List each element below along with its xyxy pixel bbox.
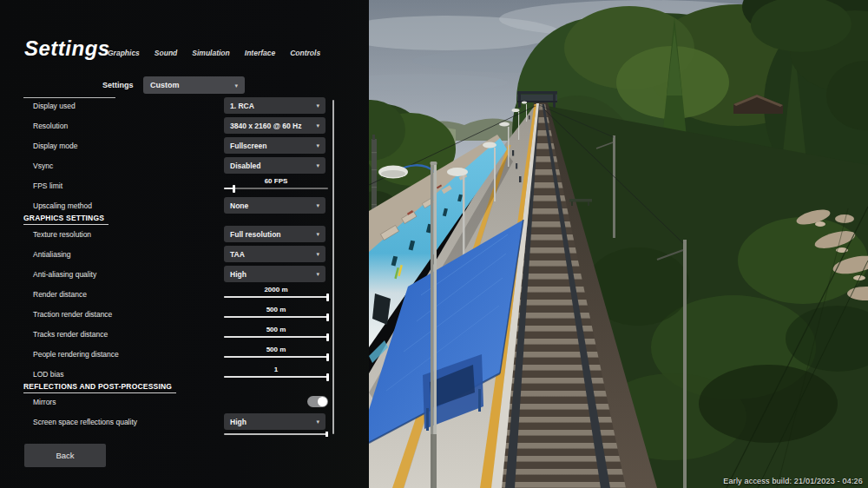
back-button[interactable]: Back xyxy=(24,444,106,467)
chevron-down-icon: ▾ xyxy=(316,122,319,129)
upscaling-method-dropdown[interactable]: None ▾ xyxy=(224,197,326,214)
setting-label: Antialiasing xyxy=(33,250,70,259)
setting-row: People rendering distance 500 m xyxy=(0,344,334,364)
people-rendering-distance-slider[interactable]: 500 m xyxy=(224,344,328,364)
slider-handle[interactable] xyxy=(326,313,329,321)
tab-sound[interactable]: Sound xyxy=(155,49,177,57)
chevron-down-icon: ▾ xyxy=(316,142,319,148)
setting-label: Display mode xyxy=(33,142,78,150)
mirrors-toggle[interactable] xyxy=(307,396,328,407)
setting-label: LOD bias xyxy=(33,370,63,379)
slider-value: 2000 m xyxy=(224,284,328,294)
settings-screen: Early access build: 21/01/2023 - 04:26 S… xyxy=(0,0,868,488)
setting-row: Vsync Disabled ▾ xyxy=(0,155,334,175)
game-viewport: Early access build: 21/01/2023 - 04:26 xyxy=(369,0,868,488)
toggle-knob xyxy=(318,397,327,406)
tab-controls[interactable]: Controls xyxy=(290,49,320,57)
slider-handle[interactable] xyxy=(326,353,329,361)
preset-dropdown[interactable]: Custom ▾ xyxy=(143,76,245,94)
vsync-dropdown[interactable]: Disabled ▾ xyxy=(224,157,326,174)
slider-value: 500 m xyxy=(224,344,328,354)
setting-row: LOD bias 1 xyxy=(0,364,334,384)
setting-row: Display mode Fullscreen ▾ xyxy=(0,135,334,155)
setting-label: FPS limit xyxy=(33,181,62,190)
dropdown-value: Full resolution xyxy=(230,230,316,239)
slider-value: 1 xyxy=(224,364,328,374)
setting-label: Display used xyxy=(33,102,76,110)
tab-simulation[interactable]: Simulation xyxy=(192,49,229,57)
settings-scrollbar[interactable] xyxy=(332,100,334,434)
chevron-down-icon: ▾ xyxy=(316,202,319,208)
setting-label: Texture resolution xyxy=(33,230,91,239)
partial-next-slider[interactable] xyxy=(224,433,328,435)
display-mode-dropdown[interactable]: Fullscreen ▾ xyxy=(224,137,326,154)
dropdown-value: High xyxy=(230,270,316,279)
render-distance-slider[interactable]: 2000 m xyxy=(224,284,328,304)
setting-row: Texture resolution Full resolution ▾ xyxy=(0,224,334,244)
fps-limit-slider[interactable]: 60 FPS xyxy=(224,175,328,195)
dropdown-value: 1. RCA xyxy=(230,102,316,110)
setting-row: Anti-aliasing quality High ▾ xyxy=(0,264,334,284)
slider-handle[interactable] xyxy=(326,373,329,381)
setting-row: Resolution 3840 x 2160 @ 60 Hz ▾ xyxy=(0,115,334,135)
setting-label: Vsync xyxy=(33,162,53,170)
setting-label: People rendering distance xyxy=(33,350,119,359)
slider-handle[interactable] xyxy=(326,333,329,341)
setting-row: FPS limit 60 FPS xyxy=(0,175,334,195)
setting-label: Anti-aliasing quality xyxy=(33,270,96,279)
setting-row: Traction render distance 500 m xyxy=(0,304,334,324)
dropdown-value: None xyxy=(230,201,316,210)
setting-label: Tracks render distance xyxy=(33,330,108,339)
setting-row: Display used 1. RCA ▾ xyxy=(0,96,334,115)
slider-value: 500 m xyxy=(224,304,328,314)
settings-panel: Settings Graphics Sound Simulation Inter… xyxy=(0,0,369,488)
setting-row: Screen space reflections quality High ▾ xyxy=(0,412,334,432)
chevron-down-icon: ▾ xyxy=(316,419,319,425)
slider-value: 500 m xyxy=(224,324,328,334)
setting-label: Mirrors xyxy=(33,398,56,406)
setting-label: Traction render distance xyxy=(33,310,112,319)
game-scene-render xyxy=(369,0,868,488)
page-title: Settings xyxy=(24,36,110,61)
setting-row: Tracks render distance 500 m xyxy=(0,324,334,344)
antialiasing-dropdown[interactable]: TAA ▾ xyxy=(224,246,326,262)
slider-value: 60 FPS xyxy=(224,175,328,186)
build-version-label: Early access build: 21/01/2023 - 04:26 xyxy=(723,477,863,485)
chevron-down-icon: ▾ xyxy=(316,271,319,277)
settings-tabs: Graphics Sound Simulation Interface Cont… xyxy=(108,49,320,57)
chevron-down-icon: ▾ xyxy=(316,102,319,109)
setting-row: Antialiasing TAA ▾ xyxy=(0,244,334,264)
aa-quality-dropdown[interactable]: High ▾ xyxy=(224,266,326,282)
ssr-quality-dropdown[interactable]: High ▾ xyxy=(224,413,326,430)
dropdown-value: Disabled xyxy=(230,162,316,170)
chevron-down-icon: ▾ xyxy=(316,251,319,257)
lod-bias-slider[interactable]: 1 xyxy=(224,364,328,384)
setting-label: Upscaling method xyxy=(33,201,92,210)
dropdown-value: Fullscreen xyxy=(230,142,316,150)
tracks-render-distance-slider[interactable]: 500 m xyxy=(224,324,328,344)
dropdown-value: 3840 x 2160 @ 60 Hz xyxy=(230,122,316,130)
chevron-down-icon: ▾ xyxy=(316,162,319,168)
setting-row: Upscaling method None ▾ xyxy=(0,195,334,215)
setting-row: Mirrors xyxy=(0,392,334,412)
dropdown-value: TAA xyxy=(230,250,316,259)
display-used-dropdown[interactable]: 1. RCA ▾ xyxy=(224,97,326,114)
texture-resolution-dropdown[interactable]: Full resolution ▾ xyxy=(224,226,326,242)
dropdown-value: High xyxy=(230,418,316,426)
traction-render-distance-slider[interactable]: 500 m xyxy=(224,304,328,324)
setting-label: Screen space reflections quality xyxy=(33,418,137,426)
setting-row: Render distance 2000 m xyxy=(0,284,334,304)
preset-value: Custom xyxy=(150,81,234,89)
resolution-dropdown[interactable]: 3840 x 2160 @ 60 Hz ▾ xyxy=(224,117,326,134)
chevron-down-icon: ▾ xyxy=(234,82,238,89)
setting-label: Resolution xyxy=(33,122,68,130)
tab-graphics[interactable]: Graphics xyxy=(108,49,140,57)
slider-handle[interactable] xyxy=(233,185,235,193)
setting-label: Render distance xyxy=(33,290,87,299)
tab-interface[interactable]: Interface xyxy=(245,49,275,57)
preset-label: Settings xyxy=(102,81,134,89)
slider-handle[interactable] xyxy=(326,293,329,301)
chevron-down-icon: ▾ xyxy=(316,231,319,237)
